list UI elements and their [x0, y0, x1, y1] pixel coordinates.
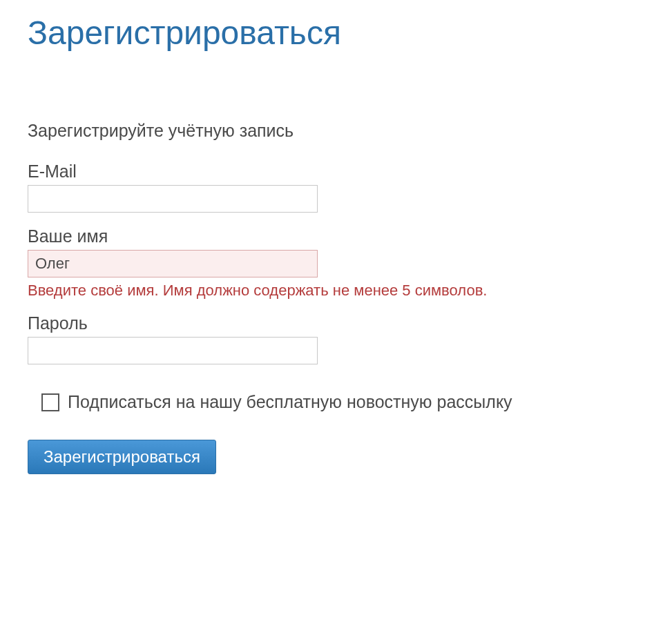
form-subtitle: Зарегистрируйте учётную запись	[28, 121, 635, 141]
submit-button[interactable]: Зарегистрироваться	[28, 440, 216, 474]
name-field-group: Ваше имя Введите своё имя. Имя должно со…	[28, 226, 635, 300]
newsletter-label: Подписаться на нашу бесплатную новостную…	[68, 392, 512, 412]
email-label: E-Mail	[28, 162, 635, 182]
password-input[interactable]	[28, 337, 318, 364]
email-input[interactable]	[28, 185, 318, 213]
name-error-message: Введите своё имя. Имя должно содержать н…	[28, 282, 635, 300]
name-input[interactable]	[28, 250, 318, 277]
password-label: Пароль	[28, 313, 635, 333]
newsletter-row: Подписаться на нашу бесплатную новостную…	[41, 392, 635, 412]
name-label: Ваше имя	[28, 226, 635, 246]
page-title: Зарегистрироваться	[28, 14, 635, 52]
newsletter-checkbox[interactable]	[41, 393, 59, 411]
email-field-group: E-Mail	[28, 162, 635, 213]
password-field-group: Пароль	[28, 313, 635, 364]
